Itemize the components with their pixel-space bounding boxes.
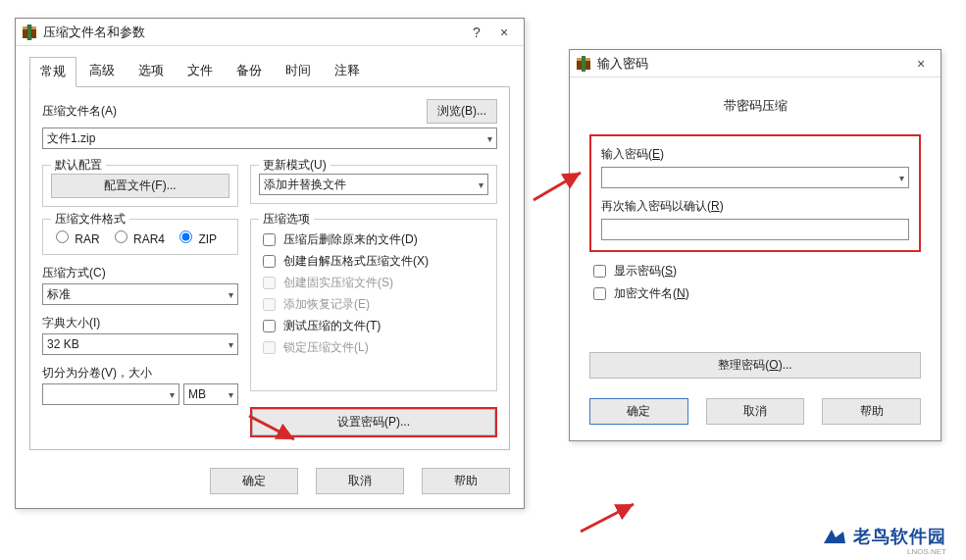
close-button[interactable]: × bbox=[907, 53, 935, 75]
app-icon bbox=[22, 25, 37, 40]
profiles-button[interactable]: 配置文件(F)... bbox=[51, 174, 229, 198]
opt-sfx-checkbox[interactable]: 创建自解压格式压缩文件(X) bbox=[259, 252, 488, 271]
set-password-highlight: 设置密码(P)... bbox=[250, 407, 497, 437]
opt-solid-checkbox: 创建固实压缩文件(S) bbox=[259, 274, 488, 292]
split-size-combo[interactable]: ▾ bbox=[42, 383, 179, 405]
annotation-arrow-3 bbox=[577, 498, 645, 537]
tab-strip: 常规 高级 选项 文件 备份 时间 注释 bbox=[16, 46, 524, 86]
compress-options-group: 压缩选项 压缩后删除原来的文件(D) 创建自解压格式压缩文件(X) 创建固实压缩… bbox=[250, 219, 497, 391]
titlebar: 压缩文件名和参数 ? × bbox=[16, 19, 524, 46]
update-mode-label: 更新模式(U) bbox=[259, 157, 330, 174]
chevron-down-icon: ▾ bbox=[229, 289, 233, 300]
set-password-button[interactable]: 设置密码(P)... bbox=[252, 409, 495, 435]
default-config-label: 默认配置 bbox=[51, 157, 106, 174]
tab-comment[interactable]: 注释 bbox=[324, 56, 371, 86]
cancel-button[interactable]: 取消 bbox=[706, 398, 805, 425]
cancel-button[interactable]: 取消 bbox=[316, 468, 404, 494]
app-icon bbox=[576, 56, 591, 72]
opt-delete-checkbox[interactable]: 压缩后删除原来的文件(D) bbox=[259, 230, 488, 249]
encrypt-names-checkbox[interactable]: 加密文件名(N) bbox=[589, 284, 921, 303]
svg-rect-6 bbox=[582, 56, 585, 72]
default-config-group: 默认配置 配置文件(F)... bbox=[42, 165, 238, 207]
format-rar4-radio[interactable]: RAR4 bbox=[110, 228, 165, 246]
split-unit-combo[interactable]: MB ▾ bbox=[183, 383, 238, 405]
bird-icon bbox=[822, 526, 847, 547]
watermark-text: 老鸟软件园 bbox=[853, 525, 946, 548]
dict-combo[interactable]: 32 KB ▾ bbox=[42, 333, 238, 355]
tab-time[interactable]: 时间 bbox=[275, 56, 322, 86]
tab-general[interactable]: 常规 bbox=[29, 57, 76, 87]
format-zip-radio[interactable]: ZIP bbox=[175, 228, 217, 246]
svg-rect-2 bbox=[27, 25, 31, 40]
opt-lock-checkbox: 锁定压缩文件(L) bbox=[259, 338, 488, 357]
format-rar-radio[interactable]: RAR bbox=[51, 228, 100, 246]
split-label: 切分为分卷(V)，大小 bbox=[42, 366, 152, 380]
close-button[interactable]: × bbox=[490, 22, 518, 43]
watermark-sub: LNOS.NET bbox=[907, 547, 946, 556]
method-value: 标准 bbox=[47, 286, 71, 303]
ok-button[interactable]: 确定 bbox=[589, 398, 688, 425]
organize-passwords-button[interactable]: 整理密码(O)... bbox=[589, 352, 921, 379]
svg-line-9 bbox=[581, 504, 634, 532]
dict-label: 字典大小(I) bbox=[42, 316, 100, 330]
show-password-checkbox[interactable]: 显示密码(S) bbox=[589, 262, 921, 280]
tab-backup[interactable]: 备份 bbox=[226, 56, 273, 86]
method-combo[interactable]: 标准 ▾ bbox=[42, 283, 238, 305]
confirm-password-label: 再次输入密码以确认(R) bbox=[601, 198, 909, 215]
opt-test-checkbox[interactable]: 测试压缩的文件(T) bbox=[259, 317, 488, 335]
compress-options-label: 压缩选项 bbox=[259, 211, 314, 228]
password-fields-highlight: 输入密码(E) ▾ 再次输入密码以确认(R) bbox=[589, 134, 921, 252]
password-dialog: 输入密码 × 带密码压缩 输入密码(E) ▾ 再次输入密码以确认(R) 显示密码… bbox=[569, 49, 941, 441]
archive-name-value: 文件1.zip bbox=[47, 130, 95, 147]
tab-options[interactable]: 选项 bbox=[127, 56, 175, 86]
confirm-password-input[interactable] bbox=[601, 219, 909, 240]
dialog-footer: 确定 取消 帮助 bbox=[16, 460, 524, 508]
archive-format-group: 压缩文件格式 RAR RAR4 ZIP bbox=[42, 219, 238, 255]
titlebar: 输入密码 × bbox=[570, 50, 941, 77]
dialog-title: 输入密码 bbox=[597, 55, 907, 73]
archive-name-combo[interactable]: 文件1.zip ▾ bbox=[42, 127, 497, 149]
chevron-down-icon: ▾ bbox=[479, 179, 483, 190]
update-mode-combo[interactable]: 添加并替换文件 ▾ bbox=[259, 174, 488, 195]
opt-recover-checkbox: 添加恢复记录(E) bbox=[259, 295, 488, 314]
dialog-title: 压缩文件名和参数 bbox=[43, 24, 463, 41]
chevron-down-icon: ▾ bbox=[170, 389, 175, 400]
method-label: 压缩方式(C) bbox=[42, 266, 106, 280]
update-mode-value: 添加并替换文件 bbox=[264, 177, 346, 193]
password-heading: 带密码压缩 bbox=[589, 97, 921, 115]
enter-password-input[interactable]: ▾ bbox=[601, 167, 909, 188]
watermark: 老鸟软件园 LNOS.NET bbox=[822, 525, 946, 548]
archive-name-label: 压缩文件名(A) bbox=[42, 103, 117, 120]
tab-content: 压缩文件名(A) 浏览(B)... 文件1.zip ▾ 默认配置 配置文件(F)… bbox=[29, 86, 510, 450]
help-button[interactable]: ? bbox=[463, 22, 490, 43]
update-mode-group: 更新模式(U) 添加并替换文件 ▾ bbox=[250, 165, 497, 204]
browse-button[interactable]: 浏览(B)... bbox=[427, 99, 497, 124]
archive-format-label: 压缩文件格式 bbox=[51, 211, 129, 228]
split-unit-value: MB bbox=[188, 387, 206, 401]
chevron-down-icon: ▾ bbox=[229, 339, 233, 350]
tab-files[interactable]: 文件 bbox=[177, 56, 224, 86]
ok-button[interactable]: 确定 bbox=[210, 468, 298, 494]
dict-value: 32 KB bbox=[47, 337, 79, 351]
help-button[interactable]: 帮助 bbox=[822, 398, 921, 425]
tab-advanced[interactable]: 高级 bbox=[78, 56, 126, 86]
chevron-down-icon: ▾ bbox=[899, 173, 904, 183]
archive-dialog: 压缩文件名和参数 ? × 常规 高级 选项 文件 备份 时间 注释 压缩文件名(… bbox=[15, 18, 525, 509]
enter-password-label: 输入密码(E) bbox=[601, 146, 909, 163]
dialog-footer: 确定 取消 帮助 bbox=[570, 388, 941, 440]
help-button[interactable]: 帮助 bbox=[422, 468, 510, 494]
chevron-down-icon: ▾ bbox=[487, 133, 492, 144]
chevron-down-icon: ▾ bbox=[229, 389, 233, 400]
